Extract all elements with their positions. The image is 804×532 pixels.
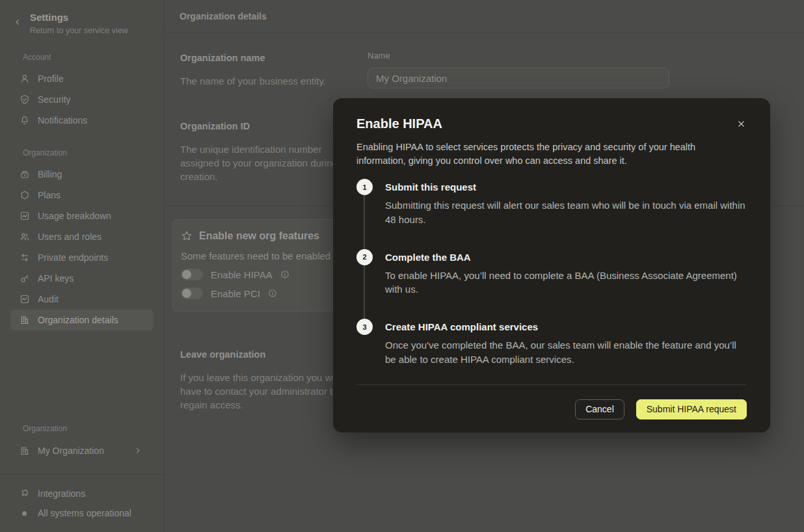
sidebar-item-label: Billing — [38, 169, 62, 180]
arrows-icon — [20, 252, 30, 263]
section-label-account: Account — [0, 53, 164, 62]
sidebar-item-usage-breakdown[interactable]: Usage breakdown — [10, 206, 154, 226]
step-title: Create HIPAA compliant services — [385, 319, 747, 332]
sidebar-item-label: Private endpoints — [38, 252, 108, 263]
status-label: All systems operational — [38, 508, 131, 518]
step-number-badge: 3 — [356, 319, 373, 335]
sidebar-item-security[interactable]: Security — [10, 89, 154, 110]
leave-org-description: If you leave this organization you will … — [180, 371, 352, 412]
modal-description: Enabling HIPAA to select services protec… — [356, 140, 719, 167]
building-icon — [20, 315, 30, 325]
sidebar-item-label: Audit — [38, 294, 59, 304]
building-icon — [20, 446, 30, 456]
sidebar: Settings Return to your service view Acc… — [0, 0, 165, 532]
sidebar-header: Settings Return to your service view — [0, 0, 164, 35]
enable-hipaa-modal: Enable HIPAA Enabling HIPAA to select se… — [333, 98, 770, 432]
org-name-title: Organization name — [180, 53, 352, 63]
org-id-title: Organization ID — [180, 121, 352, 131]
sidebar-item-label: Plans — [38, 190, 60, 200]
step-title: Submit this request — [385, 179, 747, 193]
enable-pci-toggle[interactable] — [181, 287, 203, 299]
chevron-right-icon — [134, 447, 142, 455]
sidebar-item-integrations[interactable]: Integrations — [10, 484, 154, 503]
name-field-label: Name — [368, 51, 788, 60]
sidebar-item-plans[interactable]: Plans — [10, 185, 154, 206]
user-icon — [20, 73, 30, 84]
back-chevron-icon[interactable] — [14, 18, 21, 26]
sidebar-item-label: Security — [38, 94, 71, 105]
step-1: 1 Submit this request Submitting this re… — [356, 179, 747, 227]
page-header: Organization details — [165, 0, 804, 33]
sidebar-item-private-endpoints[interactable]: Private endpoints — [10, 247, 154, 268]
sidebar-item-organization-details[interactable]: Organization details — [10, 310, 154, 330]
step-2: 2 Complete the BAA To enable HIPAA, you’… — [356, 249, 747, 297]
page-title: Organization details — [180, 11, 267, 21]
chart-icon — [20, 211, 30, 221]
step-description: To enable HIPAA, you’ll need to complete… — [385, 269, 747, 297]
info-icon[interactable] — [268, 289, 277, 298]
modal-title: Enable HIPAA — [356, 116, 747, 131]
sidebar-item-label: Users and roles — [38, 232, 101, 242]
users-icon — [20, 232, 30, 242]
enable-hipaa-toggle[interactable] — [181, 269, 203, 280]
org-name-description: The name of your business entity. — [180, 74, 352, 88]
sidebar-footer: Organization My Organization Integration… — [0, 424, 164, 523]
close-icon[interactable] — [734, 116, 748, 131]
step-3: 3 Create HIPAA compliant services Once y… — [356, 319, 747, 367]
star-icon — [181, 230, 193, 242]
settings-title: Settings — [30, 12, 154, 23]
sidebar-item-billing[interactable]: Billing — [10, 164, 154, 185]
submit-hipaa-request-button[interactable]: Submit HIPAA request — [636, 399, 747, 419]
pci-toggle-label: Enable PCI — [211, 288, 260, 299]
bell-icon — [20, 115, 30, 126]
section-label-organization-footer: Organization — [0, 424, 164, 433]
step-number-badge: 1 — [356, 179, 373, 195]
hexagon-icon — [20, 190, 30, 200]
billing-icon — [20, 169, 30, 180]
modal-footer: Cancel Submit HIPAA request — [356, 399, 747, 419]
org-name-section: Organization name The name of your busin… — [180, 53, 788, 88]
toggle-knob — [182, 289, 191, 298]
system-status[interactable]: All systems operational — [10, 503, 154, 523]
step-title: Complete the BAA — [385, 249, 747, 263]
leave-org-title: Leave organization — [180, 349, 352, 360]
settings-subtitle[interactable]: Return to your service view — [30, 26, 154, 35]
sidebar-item-users-and-roles[interactable]: Users and roles — [10, 226, 154, 247]
shield-icon — [20, 94, 30, 105]
sidebar-item-label: Notifications — [38, 115, 87, 126]
org-id-description: The unique identification number assigne… — [180, 142, 352, 183]
sidebar-item-label: Usage breakdown — [38, 211, 111, 221]
toggle-knob — [182, 270, 191, 279]
features-card-title: Enable new org features — [199, 230, 319, 242]
org-switcher-label: My Organization — [38, 446, 104, 456]
puzzle-icon — [20, 488, 30, 499]
step-description: Once you've completed the BAA, our sales… — [385, 338, 747, 367]
cancel-button[interactable]: Cancel — [575, 399, 624, 419]
sidebar-item-notifications[interactable]: Notifications — [10, 110, 154, 131]
audit-icon — [20, 294, 30, 304]
step-number-badge: 2 — [356, 249, 373, 265]
org-switcher[interactable]: My Organization — [10, 440, 154, 461]
org-name-input[interactable] — [368, 68, 669, 88]
sidebar-item-label: Profile — [38, 73, 64, 84]
sidebar-item-label: Integrations — [38, 488, 85, 499]
info-icon[interactable] — [280, 270, 289, 279]
sidebar-item-label: API keys — [38, 273, 74, 284]
sidebar-item-audit[interactable]: Audit — [10, 289, 154, 310]
steps-list: 1 Submit this request Submitting this re… — [356, 179, 747, 367]
modal-footer-divider — [356, 384, 747, 385]
sidebar-item-label: Organization details — [38, 315, 118, 325]
hipaa-toggle-label: Enable HIPAA — [211, 269, 273, 280]
key-icon — [20, 273, 30, 284]
section-label-organization: Organization — [0, 148, 164, 157]
status-dot-icon — [22, 511, 27, 516]
sidebar-divider — [0, 474, 164, 475]
sidebar-item-profile[interactable]: Profile — [10, 68, 154, 89]
step-description: Submitting this request will alert our s… — [385, 198, 747, 227]
sidebar-item-api-keys[interactable]: API keys — [10, 268, 154, 289]
